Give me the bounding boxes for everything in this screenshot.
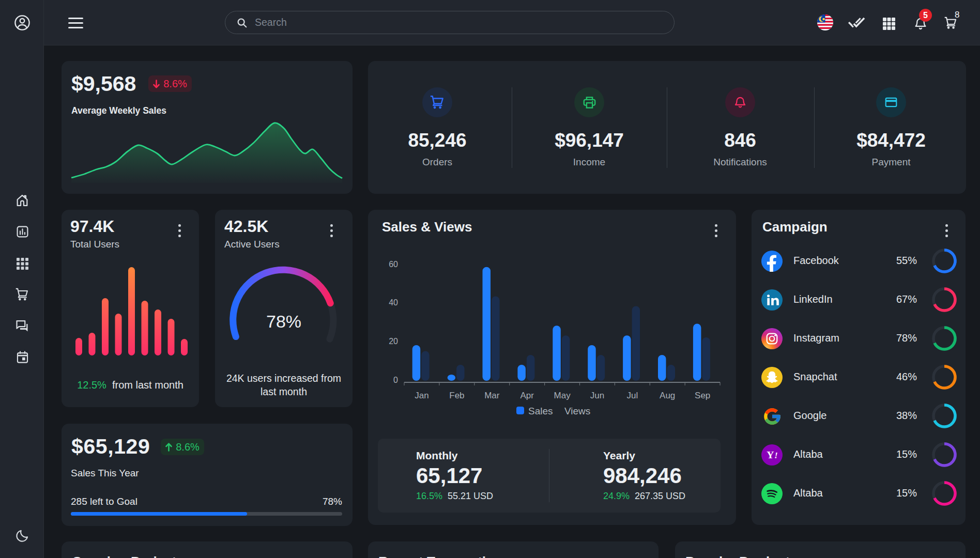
svg-text:0: 0 bbox=[393, 376, 398, 384]
svg-text:May: May bbox=[554, 391, 571, 400]
svg-text:Jun: Jun bbox=[590, 391, 604, 400]
svg-text:Jul: Jul bbox=[627, 391, 638, 400]
svg-text:60: 60 bbox=[389, 260, 398, 269]
svg-text:Aug: Aug bbox=[660, 391, 675, 400]
svg-text:Sep: Sep bbox=[695, 391, 710, 400]
svg-text:Mar: Mar bbox=[484, 391, 500, 400]
svg-text:Feb: Feb bbox=[449, 391, 464, 400]
svg-text:!: ! bbox=[774, 450, 778, 460]
svg-text:20: 20 bbox=[389, 337, 398, 346]
svg-text:Jan: Jan bbox=[415, 391, 428, 400]
svg-text:40: 40 bbox=[389, 298, 398, 307]
svg-text:Apr: Apr bbox=[520, 391, 534, 400]
svg-text:Y: Y bbox=[767, 450, 774, 460]
